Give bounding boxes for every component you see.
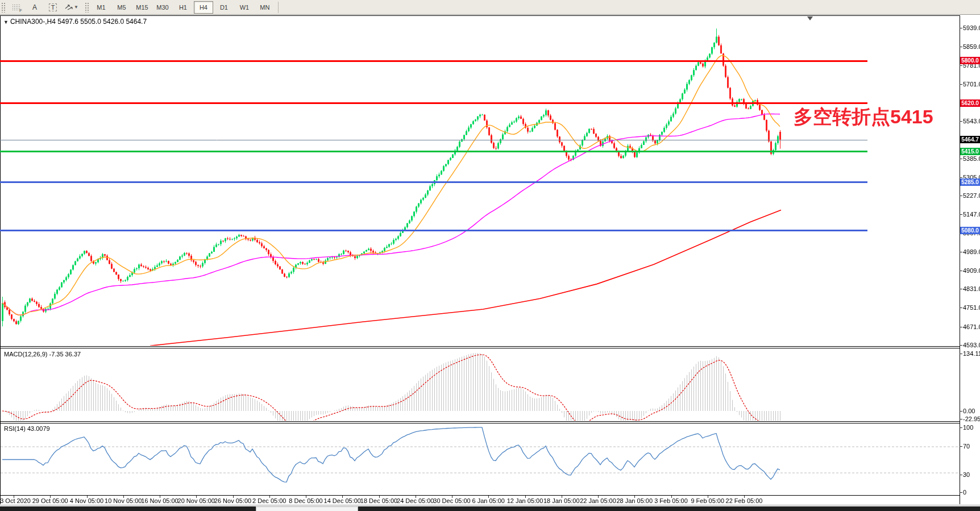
price-line-badge: 5285.0 <box>960 178 980 186</box>
price-axis-tick: 5701.0 <box>963 81 980 88</box>
date-axis-label: 16 Nov 05:00 <box>141 497 178 504</box>
price-axis-tick: 4671.0 <box>963 323 980 330</box>
date-axis-label: 30 Dec 05:00 <box>433 497 470 504</box>
rsi-axis-tick: 100 <box>963 424 973 431</box>
date-axis-label: 4 Nov 05:00 <box>70 497 103 504</box>
date-axis-label: 8 Dec 05:00 <box>289 497 322 504</box>
price-axis-tick: 5859.0 <box>963 43 980 50</box>
date-axis-label: 23 Oct 2020 <box>0 497 31 504</box>
symbol-ohlc-text: CHINA300-,H4 5497.6 5505.0 5426.0 5464.7 <box>10 18 147 26</box>
chart-tab[interactable] <box>358 506 980 511</box>
price-axis-tick: 4751.0 <box>963 304 980 311</box>
date-axis-label: 10 Nov 05:00 <box>105 497 142 504</box>
macd-axis-tick: 134.11 <box>963 350 980 357</box>
chart-tabs-strip <box>0 505 980 511</box>
date-axis-label: 18 Jan 05:00 <box>543 497 580 504</box>
macd-axis-tick: -22.95 <box>963 416 980 422</box>
date-axis-label: 6 Jan 05:00 <box>472 497 505 504</box>
chart-canvas[interactable] <box>0 0 980 511</box>
price-line-badge: 5415.0 <box>960 148 980 155</box>
date-axis-label: 12 Jan 05:00 <box>507 497 543 504</box>
rsi-axis-tick: 0 <box>963 489 966 496</box>
date-axis-label: 2 Dec 05:00 <box>252 497 286 504</box>
date-axis-label: 20 Nov 05:00 <box>178 497 215 504</box>
price-axis-tick: 5227.0 <box>963 192 980 199</box>
chart-tab[interactable] <box>0 506 256 511</box>
date-axis-label: 24 Dec 05:00 <box>397 497 434 504</box>
price-line-badge: 5464.7 <box>960 136 980 143</box>
date-axis-label: 14 Dec 05:00 <box>324 497 361 504</box>
date-axis-label: 3 Feb 05:00 <box>654 497 688 504</box>
chart-annotation: 多空转折点5415 <box>794 104 933 130</box>
price-axis-tick: 4909.0 <box>963 267 980 274</box>
price-axis-tick: 5385.0 <box>963 155 980 162</box>
macd-indicator-label: MACD(12,26,9) -7.35 36.37 <box>4 351 81 358</box>
price-line-badge: 5800.0 <box>960 57 980 64</box>
date-axis-label: 26 Nov 05:00 <box>214 497 251 504</box>
rsi-axis-tick: 70 <box>963 443 970 450</box>
price-axis-tick: 4989.0 <box>963 248 980 255</box>
date-axis-label: 18 Dec 05:00 <box>360 497 397 504</box>
price-line-badge: 5620.0 <box>960 99 980 107</box>
rsi-axis-tick: 30 <box>963 471 970 478</box>
date-axis-label: 22 Jan 05:00 <box>580 497 616 504</box>
symbol-header: ▼CHINA300-,H4 5497.6 5505.0 5426.0 5464.… <box>3 18 147 26</box>
price-axis-tick: 5939.0 <box>963 24 980 31</box>
symbol-collapse-icon[interactable]: ▼ <box>3 19 9 25</box>
date-axis-label: 9 Feb 05:00 <box>691 497 724 504</box>
date-axis-label: 22 Feb 05:00 <box>726 497 763 504</box>
macd-axis-tick: 0.00 <box>963 408 975 414</box>
date-axis-label: 29 Oct 05:00 <box>32 497 68 504</box>
price-axis-tick: 4593.0 <box>963 342 980 348</box>
date-axis-label: 28 Jan 05:00 <box>616 497 653 504</box>
chart-tab-active[interactable] <box>256 506 358 511</box>
mt4-window: F A T ▼ M1M5M15M30H1H4D1W1MN ▼CHINA300-,… <box>0 0 980 511</box>
price-line-badge: 5080.0 <box>960 227 980 234</box>
price-axis-tick: 4831.0 <box>963 285 980 292</box>
rsi-indicator-label: RSI(14) 43.0079 <box>4 425 50 432</box>
price-axis-tick: 5543.0 <box>963 118 980 124</box>
price-axis-tick: 5147.0 <box>963 211 980 218</box>
